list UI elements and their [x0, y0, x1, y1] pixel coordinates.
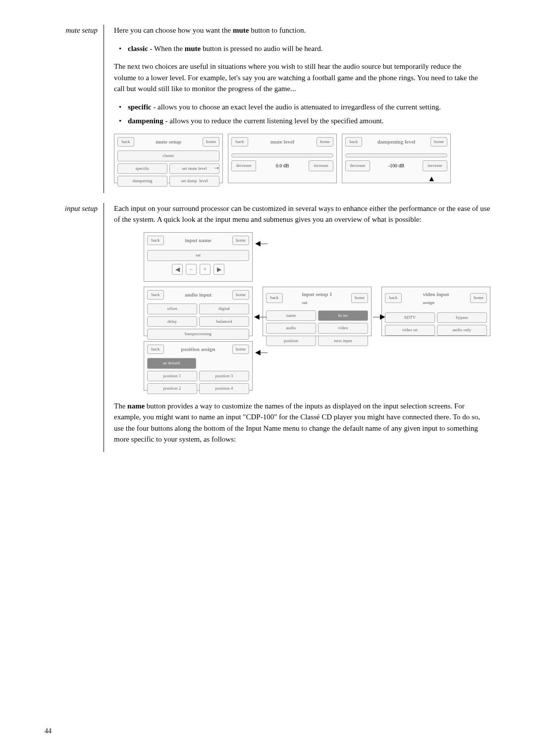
back-button[interactable]: back — [345, 137, 362, 147]
screen-title: input setup 1sat — [302, 290, 332, 306]
sdtv-button[interactable]: SDTV — [385, 312, 435, 323]
audio-button[interactable]: audio — [266, 323, 316, 334]
home-button[interactable]: home — [351, 293, 368, 303]
specific-button[interactable]: specific — [117, 163, 167, 174]
position-2-button[interactable]: position 2 — [147, 383, 197, 394]
screen-mute-level: back mute level home decrease 0.0 dB inc… — [228, 134, 337, 183]
mute-section-content: Here you can choose how you want the mut… — [112, 25, 485, 193]
input-screens-group: back input name home sat ◀ − + ▶ — [144, 232, 490, 391]
arrow-right-icon: → — [213, 162, 220, 173]
classic-button[interactable]: classic — [117, 151, 219, 161]
increase-button[interactable]: increase — [423, 160, 447, 171]
page-number: 44 — [45, 726, 52, 736]
arrow-left-icon: ◀— — [254, 311, 267, 322]
arrow-left-icon: ◀— — [255, 238, 268, 249]
screen-title: input name — [185, 236, 212, 245]
bypass-button[interactable]: bypass — [437, 312, 487, 323]
position-4-button[interactable]: position 4 — [199, 383, 249, 394]
back-button[interactable]: back — [117, 137, 134, 147]
back-button[interactable]: back — [266, 293, 283, 303]
back-button[interactable]: back — [385, 293, 402, 303]
dampening-item: dampening - allows you to reduce the cur… — [128, 115, 485, 127]
screen-mute-setup: back mute setup home classic specific se… — [114, 134, 223, 183]
screen-title: mute setup — [156, 138, 181, 146]
set-mute-level-button[interactable]: set mute level — [169, 163, 219, 174]
arrow-left-icon: ◀— — [255, 347, 268, 357]
screen-input-setup-1: back input setup 1sat home name hi res a… — [263, 287, 372, 336]
back-button[interactable]: back — [231, 137, 248, 147]
input-para2: The name button provides a way to custom… — [114, 401, 490, 445]
home-button[interactable]: home — [203, 137, 219, 147]
position-1-button[interactable]: position 1 — [147, 371, 197, 382]
audio-only-button[interactable]: audio only — [437, 325, 487, 336]
specific-item: specific - allows you to choose an exact… — [128, 101, 485, 113]
back-button[interactable]: back — [147, 345, 164, 354]
balanced-button[interactable]: balanced — [199, 316, 249, 327]
level-value: -100 dB — [388, 162, 405, 169]
bassprocessing-button[interactable]: bassprocessing — [147, 329, 249, 340]
section-label-mute: mute setup — [45, 25, 104, 193]
set-damp-level-button[interactable]: set damp. level — [169, 176, 219, 187]
screen-video-input: back video inputassign home SDTV bypass … — [381, 287, 490, 336]
delay-button[interactable]: delay — [147, 316, 197, 327]
screen-input-name: back input name home sat ◀ − + ▶ — [144, 232, 253, 282]
position-3-button[interactable]: position 3 — [199, 371, 249, 382]
input-section-content: Each input on your surround processor ca… — [112, 203, 490, 452]
name-field[interactable]: sat — [147, 250, 249, 261]
screen-audio-input: back audio input home offset digital del… — [144, 287, 253, 336]
next-icon[interactable]: ▶ — [214, 264, 224, 275]
offset-button[interactable]: offset — [147, 303, 197, 314]
decrease-button[interactable]: decrease — [231, 160, 256, 171]
screen-title: video inputassign — [423, 290, 449, 306]
level-slider[interactable] — [231, 153, 333, 157]
level-value: 0.0 dB — [276, 162, 289, 169]
decrease-button[interactable]: decrease — [345, 160, 370, 171]
section-label-input: input setup — [45, 203, 104, 452]
back-button[interactable]: back — [147, 236, 164, 246]
screen-title: audio input — [185, 291, 212, 299]
plus-icon[interactable]: + — [200, 264, 211, 275]
screen-dampening-level: back dampening level home decrease -100 … — [342, 134, 451, 183]
prev-icon[interactable]: ◀ — [172, 264, 183, 275]
input-para1: Each input on your surround processor ca… — [114, 203, 490, 225]
minus-icon[interactable]: − — [186, 264, 197, 275]
video-button[interactable]: video — [318, 323, 368, 334]
home-button[interactable]: home — [232, 345, 249, 354]
video-on-button[interactable]: video on — [385, 325, 435, 336]
home-button[interactable]: home — [430, 137, 447, 147]
arrow-up-icon: ▲ — [428, 173, 435, 185]
screen-title: dampening level — [377, 138, 416, 146]
hires-button[interactable]: hi res — [318, 310, 368, 321]
increase-button[interactable]: increase — [309, 160, 333, 171]
as-default-button[interactable]: as default — [147, 358, 196, 369]
mute-screens-row: back mute setup home classic specific se… — [114, 134, 485, 183]
screen-title: mute level — [270, 138, 294, 146]
home-button[interactable]: home — [232, 290, 249, 300]
screen-title: position assign — [181, 345, 215, 353]
classic-item: classic - When the mute button is presse… — [128, 43, 485, 54]
level-slider[interactable] — [345, 153, 447, 157]
dampening-button[interactable]: dampening — [117, 176, 167, 187]
home-button[interactable]: home — [470, 293, 487, 303]
mute-para2: The next two choices are useful in situa… — [114, 61, 485, 95]
digital-button[interactable]: digital — [199, 303, 249, 314]
mute-intro: Here you can choose how you want the mut… — [114, 25, 485, 36]
back-button[interactable]: back — [147, 290, 164, 300]
arrow-right-icon: —▶ — [373, 311, 385, 322]
screen-position-assign: back position assign home as default pos… — [144, 341, 253, 391]
name-button[interactable]: name — [266, 310, 316, 321]
home-button[interactable]: home — [317, 137, 333, 147]
home-button[interactable]: home — [232, 236, 249, 246]
